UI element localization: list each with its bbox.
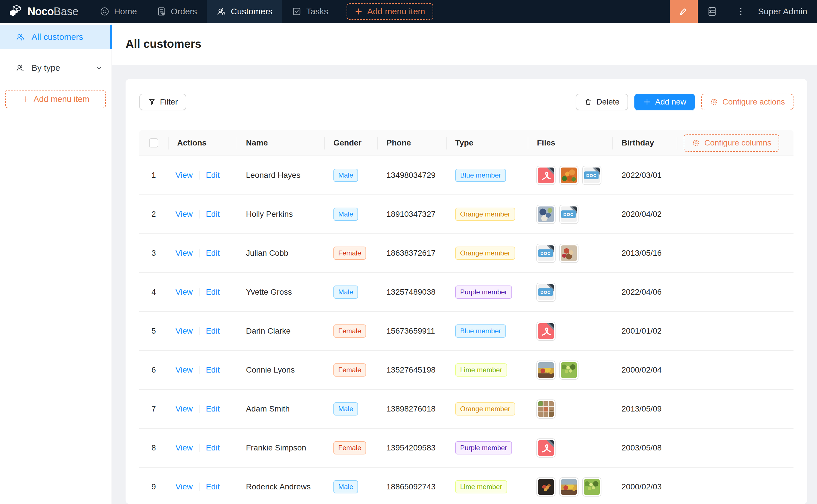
image-thumbnail[interactable] [536,399,555,419]
row-index: 9 [139,482,168,491]
doc-file-icon[interactable]: DOC [536,244,555,263]
type-badge: Orange member [455,247,515,260]
nav-item-home[interactable]: Home [90,0,147,23]
add-new-button[interactable]: Add new [635,94,695,110]
nav-item-label: Home [114,7,137,16]
birthday-cell: 2013/05/16 [612,249,677,258]
image-thumbnail[interactable] [559,361,578,380]
current-user-menu[interactable]: Super Admin [755,7,817,16]
column-header-actions[interactable]: Actions [168,130,237,155]
edit-link[interactable]: Edit [206,288,220,297]
edit-link[interactable]: Edit [206,249,220,258]
birthday-cell: 2013/05/09 [612,404,677,414]
row-actions: ViewEdit [168,443,237,452]
view-link[interactable]: View [175,443,192,452]
row-index: 8 [139,443,168,452]
column-header-phone[interactable]: Phone [377,130,446,155]
sidebar-item-by-type[interactable]: By type [0,56,111,80]
nav-item-customers[interactable]: Customers [207,0,282,23]
image-thumbnail[interactable] [536,477,555,497]
action-divider [199,444,199,452]
birthday-cell: 2001/01/02 [612,326,677,336]
image-thumbnail[interactable] [559,244,578,263]
nav-item-tasks[interactable]: Tasks [282,0,338,23]
gender-badge: Female [333,441,366,454]
view-link[interactable]: View [175,365,192,375]
phone-cell: 18638372617 [377,249,446,258]
type-cell: Orange member [446,208,528,221]
orders-icon [156,7,166,16]
view-link[interactable]: View [175,404,192,414]
files-cell [528,322,612,341]
configure-actions-button[interactable]: Configure actions [701,94,794,110]
team-icon [217,7,226,16]
more-menu-button[interactable] [726,0,755,23]
customer-name: Yvette Gross [237,288,324,297]
ui-editor-button[interactable] [670,0,698,23]
view-link[interactable]: View [175,249,192,258]
ellipsis-vertical-icon [736,7,746,16]
edit-link[interactable]: Edit [206,326,220,336]
files-cell: DOC [528,205,612,224]
edit-link[interactable]: Edit [206,210,220,219]
gender-badge: Female [333,363,366,377]
column-header-type[interactable]: Type [446,130,528,155]
doc-glyph: DOC [561,206,577,222]
phone-cell: 18865092743 [377,482,446,491]
sidebar-item-all-customers[interactable]: All customers [0,25,111,49]
image-thumbnail[interactable] [582,477,601,497]
birthday-cell: 2022/03/01 [612,171,677,180]
sidebar-add-menu-item-button[interactable]: Add menu item [5,90,106,108]
page-header: All customers [112,23,817,65]
doc-glyph: DOC [538,284,554,300]
gender-cell: Female [324,324,377,338]
birthday-cell: 2000/02/03 [612,482,677,491]
view-link[interactable]: View [175,171,192,180]
photo-fruit-still-life [538,362,554,378]
edit-link[interactable]: Edit [206,365,220,375]
image-thumbnail[interactable] [559,166,578,185]
column-header-files[interactable]: Files [528,130,612,155]
edit-link[interactable]: Edit [206,443,220,452]
view-link[interactable]: View [175,326,192,336]
action-divider [199,288,199,296]
view-link[interactable]: View [175,210,192,219]
edit-link[interactable]: Edit [206,482,220,491]
table-toolbar: Filter Delete [139,94,794,110]
filter-button[interactable]: Filter [139,94,186,110]
nocobase-logo[interactable]: Noco Base [0,4,90,19]
image-thumbnail[interactable] [536,361,555,380]
birthday-cell: 2003/05/08 [612,443,677,452]
pdf-file-icon[interactable] [536,166,555,185]
gear-icon [710,98,718,106]
view-link[interactable]: View [175,482,192,491]
type-badge: Blue member [455,324,506,338]
table-row: 2ViewEditHolly PerkinsMale18910347327Ora… [139,195,794,234]
column-header-birthday[interactable]: Birthday [612,130,677,155]
nav-add-menu-item-button[interactable]: Add menu item [347,3,433,20]
column-header-name[interactable]: Name [237,130,324,155]
pdf-file-icon[interactable] [536,322,555,341]
image-thumbnail[interactable] [559,477,578,497]
pdf-file-icon[interactable] [536,438,555,458]
photo-grapes-crowd [538,206,554,222]
edit-link[interactable]: Edit [206,171,220,180]
doc-file-icon[interactable]: DOC [582,166,601,185]
plus-icon [643,98,651,106]
image-thumbnail[interactable] [536,205,555,224]
view-link[interactable]: View [175,288,192,297]
configure-columns-button[interactable]: Configure columns [684,134,779,152]
delete-button[interactable]: Delete [575,94,628,110]
doc-file-icon[interactable]: DOC [536,283,555,302]
customer-name: Adam Smith [237,404,324,414]
edit-link[interactable]: Edit [206,404,220,414]
nav-item-orders[interactable]: Orders [147,0,207,23]
plugin-manager-button[interactable] [698,0,726,23]
select-all-checkbox[interactable] [149,138,158,147]
column-header-gender[interactable]: Gender [324,130,377,155]
sidebar: All customers By type Add menu item [0,23,112,504]
doc-file-icon[interactable]: DOC [559,205,578,224]
birthday-cell: 2000/02/04 [612,365,677,375]
files-cell: DOC [528,283,612,302]
main-area: All customers Filter [112,23,817,504]
